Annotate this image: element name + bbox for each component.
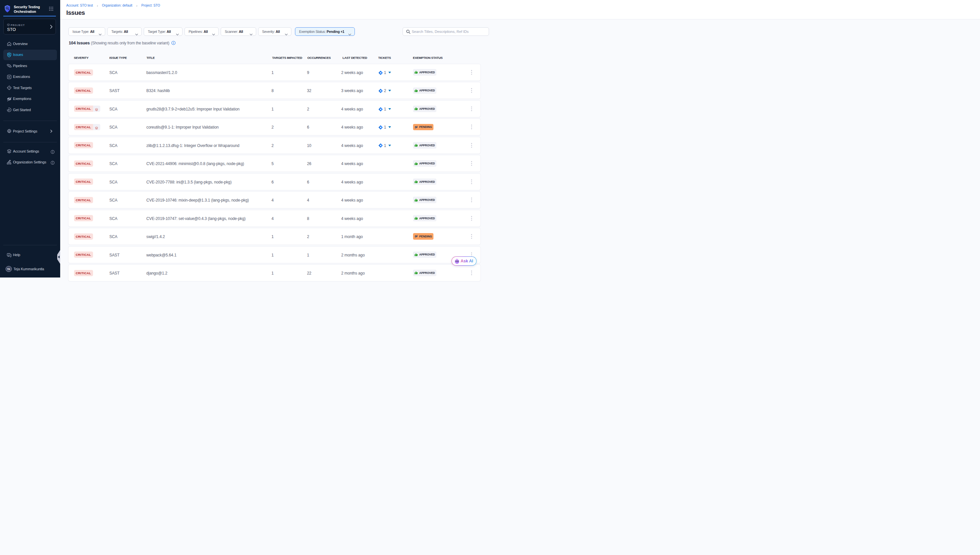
svg-text:?: ? [8,253,9,255]
